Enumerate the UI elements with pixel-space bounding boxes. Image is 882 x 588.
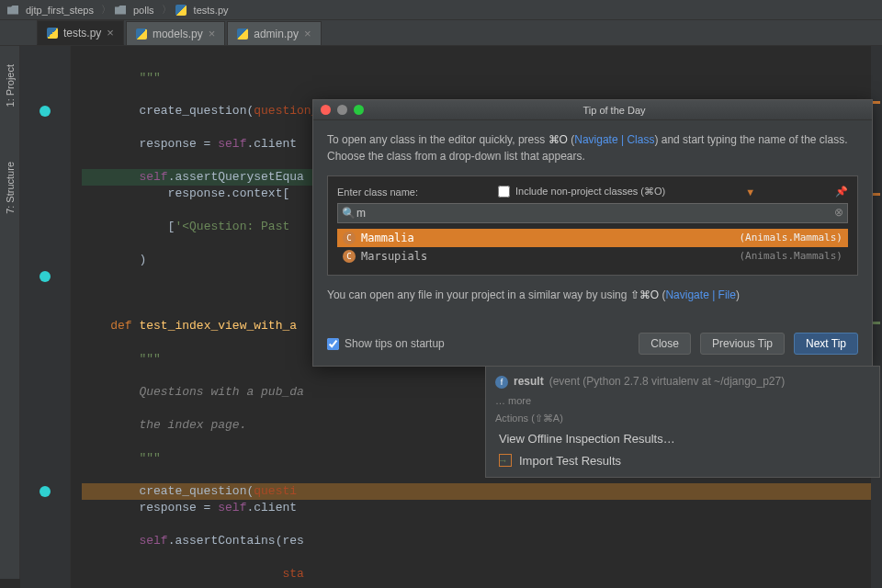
enter-class-label: Enter class name:	[337, 187, 418, 198]
project-tool-tab[interactable]: 1: Project	[3, 55, 17, 116]
breakpoint-marker[interactable]	[40, 271, 51, 282]
close-icon[interactable]: ×	[209, 27, 216, 40]
tool-window-bar: 1: Project 7: Structure	[0, 46, 20, 579]
close-icon[interactable]: ×	[107, 26, 114, 40]
search-icon: 🔍	[342, 207, 356, 220]
import-icon	[499, 454, 512, 467]
editor-gutter[interactable]	[20, 46, 71, 588]
structure-tool-tab[interactable]: 7: Structure	[3, 153, 17, 223]
breadcrumb: djtp_first_steps 〉 polls 〉 tests.py	[0, 0, 882, 20]
python-file-icon	[136, 28, 147, 40]
zoom-window-icon[interactable]	[354, 105, 364, 115]
field-icon: f	[495, 376, 508, 389]
tab-tests[interactable]: tests.py×	[37, 20, 124, 45]
search-result-item[interactable]: CMammalia (Animals.Mammals)	[337, 229, 848, 247]
class-name-input[interactable]	[337, 203, 848, 223]
pin-icon[interactable]: 📌	[835, 186, 848, 198]
include-non-project-checkbox[interactable]: Include non-project classes (⌘O)	[498, 186, 665, 198]
previous-tip-button[interactable]: Previous Tip	[700, 333, 785, 355]
tip-content: To open any class in the editor quickly,…	[327, 131, 858, 164]
tip-content-2: You can open any file in your project in…	[327, 287, 858, 303]
breadcrumb-separator: 〉	[101, 3, 111, 17]
breakpoint-marker[interactable]	[40, 106, 51, 117]
search-result-item[interactable]: CMarsupials (Animals.Mammals)	[337, 247, 848, 266]
editor-tabs: tests.py× models.py× admin.py×	[0, 20, 882, 46]
python-file-icon	[175, 5, 187, 16]
breadcrumb-folder[interactable]: polls	[111, 5, 162, 16]
breadcrumb-file[interactable]: tests.py	[172, 5, 236, 16]
minimize-window-icon[interactable]	[337, 105, 347, 115]
breadcrumb-separator: 〉	[162, 3, 172, 17]
tab-models[interactable]: models.py×	[126, 21, 225, 45]
actions-header: Actions (⇧⌘A)	[495, 410, 870, 428]
python-file-icon	[47, 28, 58, 39]
result-row[interactable]: f result (event (Python 2.7.8 virtualenv…	[495, 372, 870, 392]
tip-of-the-day-dialog: Tip of the Day To open any class in the …	[312, 99, 873, 367]
action-import-test-results[interactable]: Import Test Results	[495, 450, 870, 471]
more-link[interactable]: … more	[495, 392, 870, 411]
show-tips-checkbox[interactable]: Show tips on startup	[327, 337, 629, 350]
breakpoint-marker[interactable]	[40, 486, 51, 497]
tab-admin[interactable]: admin.py×	[227, 21, 321, 45]
class-icon: C	[343, 232, 356, 244]
clear-icon[interactable]: ⊗	[834, 206, 843, 219]
action-offline-inspection[interactable]: View Offline Inspection Results…	[495, 428, 870, 449]
close-icon[interactable]: ×	[304, 27, 311, 40]
filter-icon[interactable]: ▼	[745, 187, 755, 198]
navigate-class-link[interactable]: Navigate | Class	[574, 133, 654, 146]
folder-icon	[7, 6, 18, 15]
folder-icon	[115, 6, 126, 15]
dialog-titlebar[interactable]: Tip of the Day	[313, 100, 872, 120]
navigate-file-link[interactable]: Navigate | File	[665, 288, 735, 301]
close-window-icon[interactable]	[321, 105, 331, 115]
breadcrumb-root[interactable]: djtp_first_steps	[4, 5, 101, 16]
dialog-title: Tip of the Day	[364, 105, 865, 116]
class-search-panel: Enter class name: Include non-project cl…	[327, 175, 858, 276]
class-icon: C	[343, 250, 356, 263]
search-everywhere-popup: f result (event (Python 2.7.8 virtualenv…	[485, 366, 880, 478]
close-button[interactable]: Close	[639, 333, 691, 355]
next-tip-button[interactable]: Next Tip	[794, 333, 858, 355]
python-file-icon	[237, 28, 248, 40]
window-controls	[321, 105, 364, 115]
